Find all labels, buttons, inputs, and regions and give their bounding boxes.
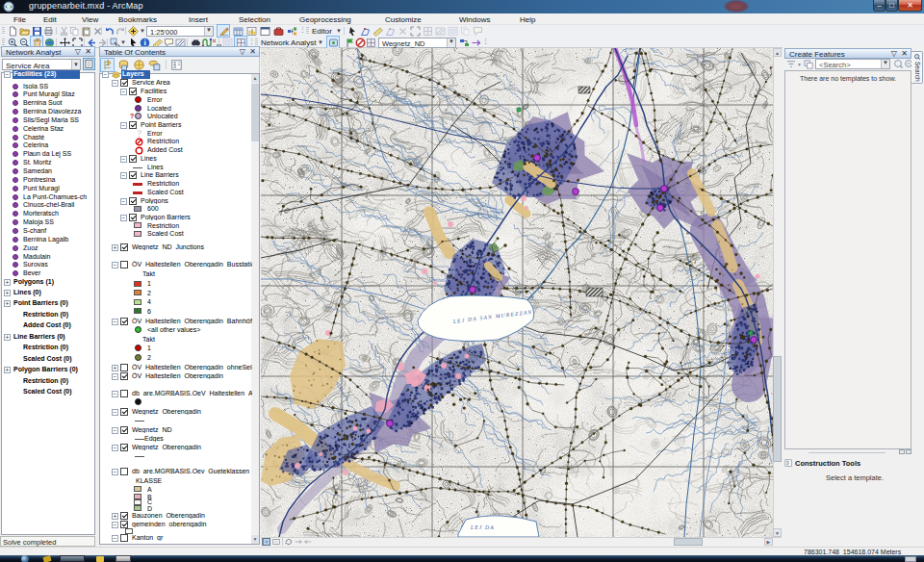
svg-text:LEJ DA: LEJ DA	[470, 524, 495, 530]
